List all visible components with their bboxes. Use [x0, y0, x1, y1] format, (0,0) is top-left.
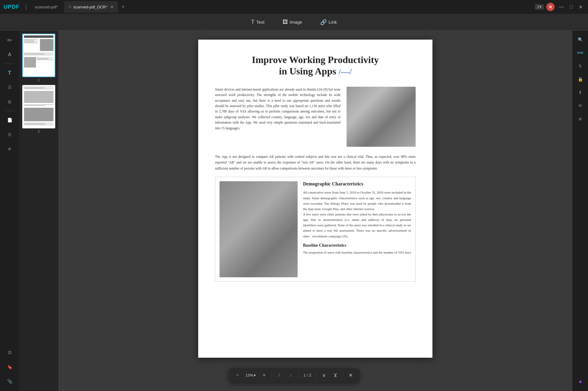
nav-separator-4 — [343, 371, 343, 379]
highlight-icon[interactable]: A — [4, 49, 16, 61]
intro-text: Smart devices and internet-based applica… — [215, 87, 341, 147]
pdf-page: Improve Working Productivity in Using Ap… — [198, 40, 432, 358]
text-label: Text — [256, 20, 265, 25]
user-avatar[interactable]: R — [546, 3, 555, 11]
tab-scanned-pdf[interactable]: scanned-pdf* — [31, 1, 62, 13]
search-right-icon[interactable]: 🔍 — [575, 34, 586, 45]
prev-page-button[interactable]: ∧ — [286, 370, 296, 380]
text-tool-button[interactable]: T Text — [247, 17, 269, 27]
nav-separator-2 — [298, 371, 299, 379]
next-page-button[interactable]: ∨ — [319, 370, 329, 380]
maximize-button[interactable]: □ — [568, 4, 574, 10]
main-area: ✏ A T ☰ ⊞ 📄 ⊟ ⊕ ⧉ 🔖 📎 — [0, 31, 588, 391]
toolbar: T Text 🖼 Image 🔗 Link — [0, 14, 588, 31]
title-line2: in Using Apps — [279, 66, 336, 77]
list-icon[interactable]: ☰ — [4, 81, 16, 93]
minimize-button[interactable]: — — [557, 4, 565, 10]
layout-icon[interactable]: ⊞ — [4, 96, 16, 108]
tools2-icon[interactable]: ⊕ — [4, 143, 16, 155]
link-icon: 🔗 — [320, 19, 327, 26]
tab2-close[interactable]: ✕ — [110, 5, 114, 9]
total-pages: 2 — [309, 373, 311, 377]
zoom-dropdown-icon[interactable]: ▾ — [254, 373, 256, 377]
tab-scanned-pdf-ocr[interactable]: ✎ scanned-pdf_OCR* ✕ — [64, 1, 118, 13]
logo-text: UPDF — [4, 4, 20, 10]
color-right-icon[interactable]: ✦ — [575, 377, 586, 387]
mail-right-icon[interactable]: ✉ — [575, 100, 586, 111]
thumbnail-page-1[interactable]: 1 — [22, 34, 55, 82]
demographic-section: Demographic Characteristics All consecut… — [215, 177, 416, 282]
text-icon: T — [251, 19, 254, 25]
tab2-label: scanned-pdf_OCR* — [73, 5, 107, 9]
document-icon[interactable]: 📄 — [4, 114, 16, 126]
title-bar-right: 2 ▾ R — □ ✕ — [535, 3, 584, 11]
title-bar: UPDF | scanned-pdf* ✎ scanned-pdf_OCR* ✕… — [0, 0, 588, 14]
demo-title: Demographic Characteristics — [303, 181, 411, 187]
baseline-text: The proportion of users with baseline ch… — [303, 250, 411, 255]
last-page-button[interactable]: ⊻ — [330, 370, 341, 380]
intro-img-placeholder — [347, 87, 416, 147]
nav-separator-3 — [316, 371, 317, 379]
zoom-in-button[interactable]: + — [259, 370, 269, 380]
zoom-out-button[interactable]: − — [232, 370, 242, 380]
title-line1: Improve Working Productivity — [252, 54, 379, 65]
protect-right-icon[interactable]: 🔒 — [575, 74, 586, 85]
zoom-display: 15% ▾ — [244, 373, 258, 377]
sidebar-divider-2 — [5, 111, 14, 111]
tab2-edit-icon: ✎ — [68, 5, 71, 9]
version-badge: 2 ▾ — [535, 4, 544, 10]
thumbnail-num-2: 2 — [22, 130, 55, 133]
thumbnail-panel: 1 — [19, 31, 58, 391]
paperclip-icon[interactable]: 📎 — [4, 375, 16, 387]
page-title: Improve Working Productivity in Using Ap… — [215, 54, 416, 77]
pages-icon[interactable]: ⊟ — [4, 128, 16, 140]
share-right-icon[interactable]: ⬆ — [575, 87, 586, 98]
close-button[interactable]: ✕ — [577, 4, 584, 10]
demo-image — [220, 181, 298, 277]
link-tool-button[interactable]: 🔗 Link — [316, 17, 341, 27]
bottom-toolbar: − 15% ▾ + ⊼ ∧ 1 / 2 ∨ ⊻ ✕ — [229, 368, 359, 382]
para2-text: The App is not designed to compare AR pa… — [215, 154, 416, 172]
sidebar-divider-1 — [5, 64, 14, 64]
stack-icon[interactable]: ⧉ — [4, 347, 16, 359]
baseline-title: Baseline Characteristics — [303, 243, 411, 248]
demo-text: All consecutive users from June 1, 2016 … — [303, 190, 411, 239]
title-highlight: /—/ — [338, 67, 352, 76]
content-area[interactable]: Improve Working Productivity in Using Ap… — [58, 31, 572, 391]
demo-text-column: Demographic Characteristics All consecut… — [303, 181, 411, 277]
title-divider: | — [26, 4, 27, 10]
convert-right-icon[interactable]: ⇅ — [575, 61, 586, 71]
thumbnail-page-2[interactable]: 2 — [22, 85, 55, 133]
intro-row: Smart devices and internet-based applica… — [215, 87, 416, 147]
text-edit-sidebar-icon[interactable]: T — [4, 67, 16, 79]
first-page-button[interactable]: ⊼ — [274, 370, 284, 380]
thumbnail-num-1: 1 — [22, 78, 55, 82]
intro-image — [347, 87, 416, 147]
zoom-value: 15% — [245, 373, 253, 377]
new-tab-button[interactable]: + — [122, 4, 125, 10]
image-label: Image — [290, 20, 302, 25]
tab1-label: scanned-pdf* — [35, 5, 58, 9]
right-sidebar: 🔍 OCR ⇅ 🔒 ⬆ ✉ ⊕ ✦ — [572, 31, 588, 391]
nav-separator-1 — [271, 371, 272, 379]
link-label: Link — [329, 20, 337, 25]
page-sep: / — [307, 373, 308, 377]
page-display: 1 / 2 — [301, 373, 314, 377]
current-page: 1 — [303, 373, 305, 377]
app-logo: UPDF — [4, 4, 20, 10]
thumbnail-img-1 — [22, 34, 55, 77]
stamp-right-icon[interactable]: ⊕ — [575, 113, 586, 124]
bookmark-sidebar-icon[interactable]: 🔖 — [4, 361, 16, 373]
image-tool-button[interactable]: 🖼 Image — [278, 17, 307, 27]
ocr-right-icon[interactable]: OCR — [575, 47, 586, 58]
image-icon: 🖼 — [283, 19, 288, 25]
close-page-button[interactable]: ✕ — [346, 370, 356, 380]
edit-icon[interactable]: ✏ — [4, 34, 16, 46]
left-sidebar: ✏ A T ☰ ⊞ 📄 ⊟ ⊕ ⧉ 🔖 📎 — [0, 31, 19, 391]
thumbnail-img-2 — [22, 85, 55, 128]
